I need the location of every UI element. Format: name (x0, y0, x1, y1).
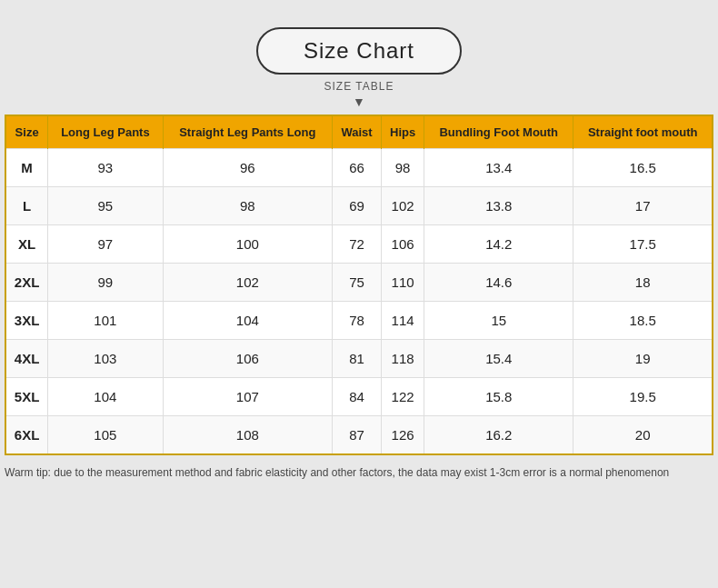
cell-slpl: 102 (163, 264, 333, 302)
warm-tip: Warm tip: due to the measurement method … (5, 464, 713, 481)
cell-size: 2XL (6, 264, 48, 302)
cell-slpl: 104 (163, 302, 333, 340)
cell-llp: 93 (48, 149, 163, 187)
cell-bfm: 15.8 (424, 378, 573, 416)
cell-waist: 72 (333, 225, 382, 264)
cell-waist: 66 (333, 149, 382, 187)
cell-waist: 81 (333, 340, 382, 378)
cell-llp: 104 (48, 378, 163, 416)
cell-sfm: 19 (573, 340, 712, 378)
cell-sfm: 20 (573, 416, 712, 454)
cell-size: XL (6, 225, 48, 264)
table-row: L95986910213.817 (6, 187, 712, 225)
cell-hips: 98 (382, 149, 424, 187)
cell-waist: 69 (333, 187, 382, 225)
cell-bfm: 16.2 (424, 416, 573, 454)
cell-hips: 122 (382, 378, 424, 416)
cell-llp: 101 (48, 302, 163, 340)
page: Size Chart SIZE TABLE ▼ Size Long Leg Pa… (0, 0, 718, 588)
cell-llp: 97 (48, 225, 163, 264)
cell-slpl: 96 (163, 149, 333, 187)
arrow-icon: ▼ (353, 95, 365, 109)
cell-size: 4XL (6, 340, 48, 378)
cell-size: 3XL (6, 302, 48, 340)
cell-sfm: 19.5 (573, 378, 712, 416)
cell-bfm: 13.8 (424, 187, 573, 225)
cell-sfm: 17.5 (573, 225, 712, 264)
cell-llp: 99 (48, 264, 163, 302)
table-header-row: Size Long Leg Pants Straight Leg Pants L… (6, 116, 712, 149)
cell-llp: 103 (48, 340, 163, 378)
cell-waist: 84 (333, 378, 382, 416)
col-header-slpl: Straight Leg Pants Long (163, 116, 333, 149)
size-table-label: SIZE TABLE (324, 80, 394, 93)
table-row: 4XL1031068111815.419 (6, 340, 712, 378)
cell-hips: 126 (382, 416, 424, 454)
page-title: Size Chart (304, 38, 414, 63)
cell-sfm: 16.5 (573, 149, 712, 187)
table-row: 5XL1041078412215.819.5 (6, 378, 712, 416)
cell-slpl: 107 (163, 378, 333, 416)
cell-sfm: 17 (573, 187, 712, 225)
size-chart-table: Size Long Leg Pants Straight Leg Pants L… (5, 115, 713, 455)
table-row: 6XL1051088712616.220 (6, 416, 712, 454)
title-box: Size Chart (256, 27, 462, 75)
cell-slpl: 100 (163, 225, 333, 264)
col-header-llp: Long Leg Pants (48, 116, 163, 149)
col-header-bfm: Bundling Foot Mouth (424, 116, 573, 149)
table-row: XL971007210614.217.5 (6, 225, 712, 264)
cell-bfm: 14.6 (424, 264, 573, 302)
cell-waist: 75 (333, 264, 382, 302)
cell-hips: 106 (382, 225, 424, 264)
table-row: 2XL991027511014.618 (6, 264, 712, 302)
cell-llp: 105 (48, 416, 163, 454)
cell-size: L (6, 187, 48, 225)
col-header-hips: Hips (382, 116, 424, 149)
cell-hips: 114 (382, 302, 424, 340)
cell-sfm: 18.5 (573, 302, 712, 340)
cell-size: M (6, 149, 48, 187)
col-header-sfm: Straight foot mouth (573, 116, 712, 149)
col-header-waist: Waist (333, 116, 382, 149)
cell-waist: 87 (333, 416, 382, 454)
cell-waist: 78 (333, 302, 382, 340)
cell-hips: 102 (382, 187, 424, 225)
cell-bfm: 13.4 (424, 149, 573, 187)
cell-size: 6XL (6, 416, 48, 454)
cell-hips: 110 (382, 264, 424, 302)
cell-slpl: 108 (163, 416, 333, 454)
cell-size: 5XL (6, 378, 48, 416)
col-header-size: Size (6, 116, 48, 149)
cell-hips: 118 (382, 340, 424, 378)
cell-llp: 95 (48, 187, 163, 225)
title-container: Size Chart (256, 27, 462, 75)
cell-bfm: 14.2 (424, 225, 573, 264)
table-row: M9396669813.416.5 (6, 149, 712, 187)
cell-sfm: 18 (573, 264, 712, 302)
cell-slpl: 106 (163, 340, 333, 378)
cell-bfm: 15.4 (424, 340, 573, 378)
cell-bfm: 15 (424, 302, 573, 340)
cell-slpl: 98 (163, 187, 333, 225)
table-row: 3XL101104781141518.5 (6, 302, 712, 340)
